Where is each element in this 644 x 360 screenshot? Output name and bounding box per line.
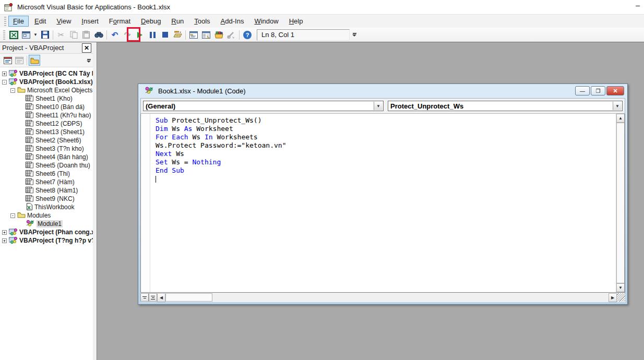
vertical-scroll-thumb[interactable] <box>616 123 625 283</box>
paste-icon[interactable] <box>80 29 92 41</box>
code-line[interactable]: For Each Ws In Worksheets <box>156 133 616 141</box>
minimize-button[interactable]: – <box>636 1 640 9</box>
window-restore-icon[interactable]: ❐ <box>591 86 605 95</box>
chevron-down-icon[interactable]: ▼ <box>613 102 622 110</box>
view-object-icon[interactable] <box>14 55 25 66</box>
menu-item-insert[interactable]: Insert <box>77 16 103 27</box>
tree-item-vbaproject-phan-cong-x[interactable]: +VBAProject (Phan cong.x <box>0 228 93 236</box>
window-resize-grip[interactable] <box>617 293 625 302</box>
horizontal-scroll-thumb[interactable] <box>165 293 212 302</box>
code-window-bottom-bar: ◀ ▶ <box>140 293 625 302</box>
code-margin-indicator-bar[interactable] <box>141 114 150 292</box>
tree-item-sheet9-nkc[interactable]: Sheet9 (NKC) <box>0 195 93 203</box>
toolbar-grip[interactable] <box>4 17 6 26</box>
tree-item-sheet4-b-n-h-ng[interactable]: Sheet4 (Bán hàng) <box>0 153 93 161</box>
expand-icon[interactable]: + <box>2 230 7 235</box>
tree-item-sheet2-sheet6[interactable]: Sheet2 (Sheet6) <box>0 136 93 145</box>
vertical-scrollbar[interactable]: ▲ ▼ <box>616 114 625 292</box>
tree-item-sheet3-t-n-kho[interactable]: Sheet3 (T?n kho) <box>0 145 93 153</box>
scroll-up-icon[interactable]: ▲ <box>616 114 625 123</box>
excel-icon[interactable] <box>7 29 20 41</box>
collapse-icon[interactable]: - <box>10 88 15 93</box>
tree-item-vbaproject-t-ng-h-p-v[interactable]: +VBAProject (T?ng h?p v? <box>0 236 93 245</box>
horizontal-scroll-track[interactable] <box>212 293 609 302</box>
toggle-folders-icon[interactable] <box>29 55 40 66</box>
tree-item-sheet11-kh-u-hao[interactable]: Sheet11 (Kh?u hao) <box>0 111 93 119</box>
help-icon[interactable]: ? <box>241 29 254 41</box>
code-window-titlebar[interactable]: Book1.xlsx - Module1 (Code) — ❐ ✕ <box>140 84 625 98</box>
close-icon[interactable]: ✕ <box>82 43 91 53</box>
scroll-right-icon[interactable]: ▶ <box>609 293 617 302</box>
find-icon[interactable] <box>92 29 105 41</box>
expand-icon[interactable]: + <box>2 71 7 76</box>
tree-item-modules[interactable]: -Modules <box>0 211 93 220</box>
menu-item-file[interactable]: File <box>8 16 29 27</box>
tree-item-thisworkbook[interactable]: ThisWorkbook <box>0 203 93 211</box>
insert-userform-icon[interactable] <box>20 29 32 41</box>
collapse-icon[interactable]: - <box>2 80 7 85</box>
horizontal-scrollbar[interactable]: ◀ ▶ <box>157 293 617 302</box>
menu-item-format[interactable]: Format <box>104 16 135 27</box>
properties-window-icon[interactable] <box>200 29 212 41</box>
tree-item-sheet13-sheet1[interactable]: Sheet13 (Sheet1) <box>0 128 93 136</box>
tree-item-vbaproject-bc-cn-t-y-n[interactable]: +VBAProject (BC CN Tây N <box>0 69 93 78</box>
scroll-down-icon[interactable]: ▼ <box>616 283 625 292</box>
menu-item-help[interactable]: Help <box>284 16 308 27</box>
view-code-icon[interactable] <box>2 55 14 66</box>
tree-item-microsoft-excel-objects[interactable]: -Microsoft Excel Objects <box>0 86 93 94</box>
break-icon[interactable] <box>146 29 159 41</box>
object-dropdown-value: (General) <box>146 102 175 110</box>
cut-icon[interactable]: ✂ <box>55 29 67 41</box>
collapse-icon[interactable]: - <box>10 213 15 218</box>
window-minimize-icon[interactable]: — <box>575 86 590 95</box>
reset-icon[interactable] <box>159 29 171 41</box>
tree-item-sheet1-kho[interactable]: Sheet1 (Kho) <box>0 94 93 103</box>
copy-icon[interactable] <box>67 29 80 41</box>
object-dropdown[interactable]: (General) ▼ <box>143 101 384 111</box>
menu-item-edit[interactable]: Edit <box>30 16 51 27</box>
toolbar-overflow-icon[interactable] <box>351 29 358 41</box>
toolbar-grip[interactable] <box>3 30 5 40</box>
menu-item-run[interactable]: Run <box>166 16 188 27</box>
chevron-down-icon[interactable]: ▼ <box>32 29 39 41</box>
menu-item-addins[interactable]: Add-Ins <box>216 16 249 27</box>
tree-item-sheet6-thi[interactable]: Sheet6 (Thi) <box>0 170 93 178</box>
tree-item-sheet8-h-m1[interactable]: Sheet8 (Hàm1) <box>0 186 93 195</box>
full-module-view-icon[interactable] <box>149 293 157 302</box>
procedure-view-icon[interactable] <box>140 293 149 302</box>
code-text[interactable]: Sub Protect_Unprotect_Ws()Dim Ws As Work… <box>150 114 616 292</box>
tree-item-vbaproject-book1-xlsx[interactable]: -VBAProject (Book1.xlsx) <box>0 78 93 86</box>
design-mode-icon[interactable] <box>171 29 184 41</box>
code-line[interactable]: Ws.Protect Password:="ketoan.vn" <box>156 141 616 150</box>
module-icon <box>26 220 35 228</box>
code-line[interactable]: End Sub <box>156 166 616 175</box>
module-icon <box>145 87 154 96</box>
expand-icon[interactable]: + <box>2 238 7 243</box>
code-line[interactable]: Sub Protect_Unprotect_Ws() <box>156 116 616 125</box>
undo-icon[interactable]: ↶ <box>109 29 121 41</box>
menu-item-tools[interactable]: Tools <box>189 16 214 27</box>
menu-item-debug[interactable]: Debug <box>136 16 165 27</box>
tree-item-sheet5-doanh-thu[interactable]: Sheet5 (Doanh thu) <box>0 161 93 170</box>
chevron-down-icon[interactable]: ▼ <box>374 102 383 110</box>
toolbox-icon[interactable] <box>225 29 237 41</box>
tree-item-sheet12-c-ps[interactable]: Sheet12 (CĐPS) <box>0 119 93 128</box>
menu-item-window[interactable]: Window <box>249 16 283 27</box>
toolbar-overflow-icon[interactable] <box>85 55 92 66</box>
tree-item-sheet10-b-n-d[interactable]: Sheet10 (Bán dá) <box>0 103 93 111</box>
panel-divider[interactable] <box>93 42 97 360</box>
code-line[interactable]: Dim Ws As Worksheet <box>156 125 616 133</box>
tree-item-module1[interactable]: Module1 <box>0 220 93 228</box>
code-line[interactable]: Next Ws <box>156 150 616 158</box>
scroll-left-icon[interactable]: ◀ <box>157 293 165 302</box>
object-browser-icon[interactable] <box>212 29 225 41</box>
code-editor-area[interactable]: Sub Protect_Unprotect_Ws()Dim Ws As Work… <box>140 114 625 293</box>
procedure-dropdown[interactable]: Protect_Unprotect_Ws ▼ <box>388 101 623 111</box>
code-line[interactable]: Set Ws = Nothing <box>156 158 616 166</box>
save-icon[interactable] <box>39 29 51 41</box>
tree-item-sheet7-h-m[interactable]: Sheet7 (Hàm) <box>0 178 93 186</box>
cursor-line[interactable] <box>156 175 616 183</box>
window-close-icon[interactable]: ✕ <box>606 86 624 95</box>
menu-item-view[interactable]: View <box>52 16 76 27</box>
project-explorer-icon[interactable] <box>187 29 200 41</box>
